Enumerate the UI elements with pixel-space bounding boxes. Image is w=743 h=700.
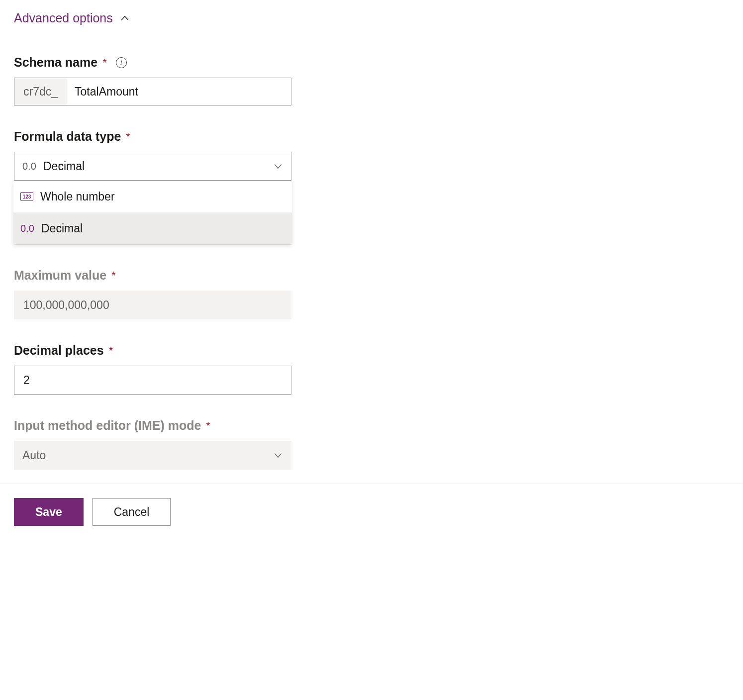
option-whole-number[interactable]: 123 Whole number (13, 181, 292, 212)
required-star-icon: * (102, 56, 107, 69)
cancel-button[interactable]: Cancel (93, 498, 171, 526)
schema-name-compound: cr7dc_ (14, 78, 291, 105)
option-decimal[interactable]: 0.0 Decimal (13, 212, 292, 244)
formula-data-type-dropdown: 123 Whole number 0.0 Decimal (13, 181, 292, 244)
maximum-value-input (14, 291, 291, 319)
chevron-up-icon (120, 13, 130, 23)
advanced-options-label: Advanced options (14, 11, 113, 25)
advanced-options-toggle[interactable]: Advanced options (14, 11, 729, 25)
schema-name-input[interactable] (67, 78, 291, 105)
chevron-down-icon (273, 450, 283, 460)
decimal-icon: 0.0 (22, 161, 36, 172)
save-button[interactable]: Save (14, 498, 84, 526)
option-decimal-label: Decimal (41, 222, 83, 235)
maximum-value-label: Maximum value (14, 268, 106, 283)
info-icon[interactable]: i (116, 57, 127, 68)
ime-mode-combo: Auto (14, 441, 291, 470)
footer-bar: Save Cancel (0, 484, 743, 695)
required-star-icon: * (111, 269, 116, 282)
ime-mode-value: Auto (22, 449, 46, 462)
schema-name-prefix: cr7dc_ (14, 78, 67, 105)
formula-data-type-selected-value: Decimal (43, 160, 85, 173)
schema-name-label: Schema name (14, 55, 97, 70)
decimal-icon: 0.0 (20, 223, 34, 234)
required-star-icon: * (126, 130, 130, 143)
whole-number-icon: 123 (20, 192, 33, 201)
formula-data-type-label: Formula data type (14, 129, 121, 144)
formula-data-type-combo[interactable]: 0.0 Decimal (14, 152, 291, 181)
option-whole-number-label: Whole number (40, 190, 115, 203)
ime-mode-label: Input method editor (IME) mode (14, 418, 201, 433)
required-star-icon: * (109, 344, 113, 357)
chevron-down-icon (273, 161, 283, 171)
required-star-icon: * (206, 419, 210, 432)
decimal-places-input[interactable] (14, 366, 291, 395)
decimal-places-label: Decimal places (14, 343, 104, 358)
